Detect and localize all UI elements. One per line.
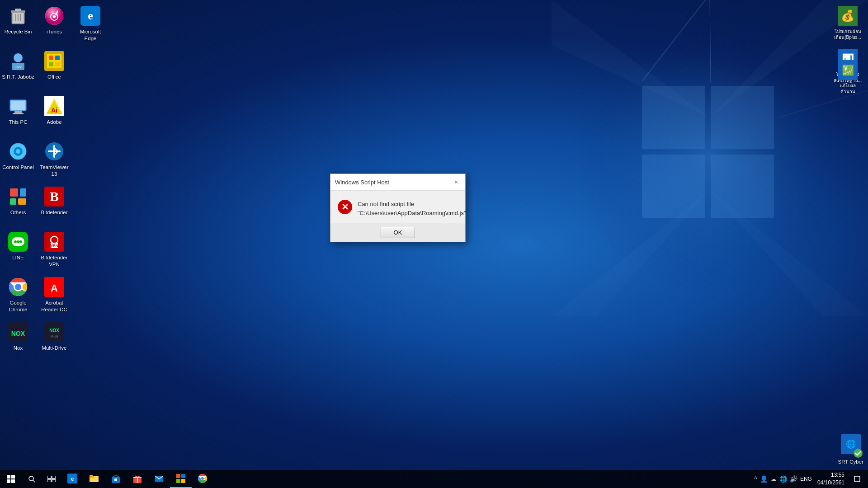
- svg-rect-97: [114, 479, 117, 481]
- tray-person[interactable]: 👤: [760, 475, 768, 483]
- windows-script-host-dialog: Windows Script Host × ✕ Can not find scr…: [330, 174, 466, 242]
- taskbar-edge[interactable]: e: [61, 470, 83, 488]
- tray-chevron[interactable]: ^: [754, 475, 757, 483]
- svg-rect-103: [176, 474, 180, 478]
- start-button[interactable]: [0, 470, 22, 488]
- svg-rect-95: [90, 475, 93, 477]
- dialog-error-icon: ✕: [338, 200, 352, 214]
- taskbar-logo[interactable]: [170, 470, 192, 488]
- svg-line-86: [33, 480, 35, 482]
- notification-button[interactable]: [850, 470, 864, 488]
- svg-rect-87: [47, 476, 51, 479]
- dialog-footer: OK: [330, 223, 465, 242]
- dialog-titlebar: Windows Script Host ×: [330, 174, 465, 191]
- svg-rect-110: [854, 476, 860, 482]
- svg-rect-105: [176, 479, 180, 483]
- taskbar-store[interactable]: [105, 470, 127, 488]
- search-icon: [28, 475, 35, 483]
- dialog-title: Windows Script Host: [335, 179, 389, 186]
- svg-rect-104: [181, 474, 185, 478]
- task-view-icon: [47, 476, 56, 482]
- clock-date: 04/10/2561: [817, 479, 844, 487]
- dialog-message: Can not find script file "C:\Users\user\…: [358, 200, 467, 217]
- svg-rect-82: [11, 475, 15, 479]
- clock-time: 13:55: [831, 471, 844, 479]
- svg-text:e: e: [71, 475, 74, 482]
- taskbar-system-tray: ^ 👤 ☁ 🌐 🔊 ENG 13:55 04/10/2561: [750, 470, 868, 488]
- svg-rect-88: [52, 476, 56, 479]
- svg-rect-90: [52, 479, 56, 482]
- dialog-overlay: Windows Script Host × ✕ Can not find scr…: [0, 0, 868, 470]
- taskbar-gift[interactable]: [127, 470, 148, 488]
- search-button[interactable]: [22, 470, 42, 488]
- taskbar: e: [0, 470, 868, 488]
- dialog-ok-button[interactable]: OK: [381, 227, 415, 238]
- tray-onedrive[interactable]: ☁: [770, 475, 777, 483]
- notification-icon: [854, 476, 860, 482]
- tray-network[interactable]: 🌐: [779, 475, 787, 483]
- windows-logo-icon: [7, 475, 15, 483]
- sys-tray-icons: ^ 👤 ☁ 🌐 🔊 ENG: [754, 475, 812, 483]
- dialog-body: ✕ Can not find script file "C:\Users\use…: [330, 191, 465, 223]
- taskbar-apps: e: [61, 470, 750, 488]
- svg-point-109: [201, 477, 204, 480]
- svg-rect-106: [181, 479, 185, 483]
- system-clock[interactable]: 13:55 04/10/2561: [814, 471, 848, 487]
- dialog-close-button[interactable]: ×: [452, 178, 461, 187]
- tray-language[interactable]: ENG: [800, 476, 812, 482]
- taskbar-mail[interactable]: [148, 470, 170, 488]
- svg-rect-83: [7, 479, 10, 483]
- svg-rect-81: [7, 475, 10, 479]
- svg-rect-89: [47, 479, 51, 482]
- task-view-button[interactable]: [42, 470, 61, 488]
- taskbar-explorer[interactable]: [83, 470, 105, 488]
- tray-volume[interactable]: 🔊: [790, 475, 797, 483]
- taskbar-chrome[interactable]: [192, 470, 213, 488]
- svg-rect-84: [11, 479, 15, 483]
